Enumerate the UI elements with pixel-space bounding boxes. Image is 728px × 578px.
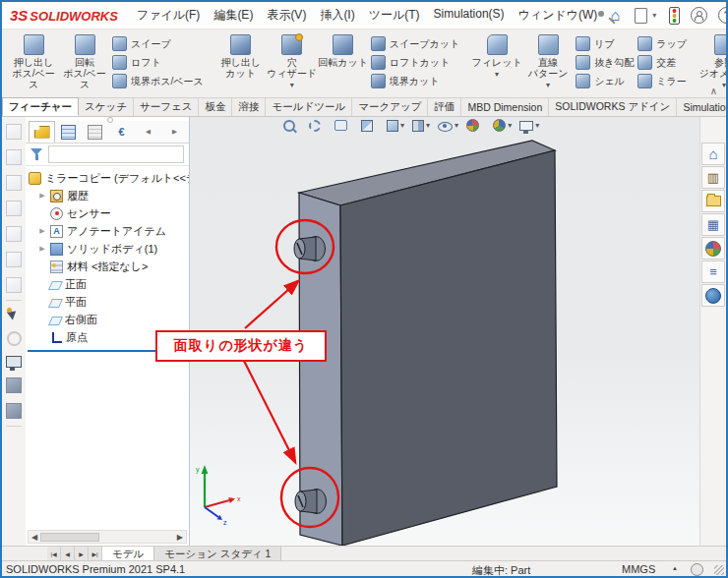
menu-item[interactable]: Simulation(S) <box>427 4 512 27</box>
menu-item[interactable]: 表示(V) <box>260 4 313 27</box>
tree-item[interactable]: ▶ ミラーコピー (デフォルト<<デフォルト>_ <box>26 169 189 187</box>
tree-item[interactable]: ▶ 右側面 <box>26 311 189 328</box>
command-tab[interactable]: スケッチ <box>79 97 134 116</box>
edit-appearance-icon[interactable]: ▾ <box>466 119 485 132</box>
view-cube-icon[interactable] <box>6 201 22 216</box>
linear-pattern-button[interactable]: 直線パターン ▾ <box>522 31 574 89</box>
select-tool-icon[interactable] <box>7 308 21 321</box>
rib-button[interactable]: リブ <box>576 36 634 51</box>
first-tab-icon[interactable]: |◀ <box>47 547 61 561</box>
tree-item[interactable]: ▶ 材料 <指定なし> <box>26 258 189 275</box>
tree-item[interactable]: ▶ 平面 <box>26 293 189 311</box>
menu-item[interactable]: ファイル(F) <box>130 4 207 27</box>
section-view-icon[interactable]: ▾ <box>361 120 379 132</box>
boundary-cut-button[interactable]: 境界カット <box>371 74 459 88</box>
previous-view-icon[interactable]: ▾ <box>334 120 353 131</box>
extruded-cut-button[interactable]: 押し出しカット <box>215 31 267 79</box>
command-tab[interactable]: Simulation <box>677 97 726 116</box>
lofted-boss-button[interactable]: ロフト <box>112 55 204 70</box>
view-settings-icon[interactable]: ▾ <box>519 120 539 131</box>
mirror-button[interactable]: ミラー <box>637 74 687 88</box>
forum-icon[interactable] <box>701 284 725 307</box>
hole-wizard-caret-icon[interactable]: ▾ <box>290 81 294 89</box>
sketch-tool-icon[interactable] <box>7 331 22 346</box>
display-bodies-icon[interactable] <box>6 377 22 393</box>
command-tab[interactable]: サーフェス <box>134 97 199 116</box>
revolved-cut-button[interactable]: 回転カット <box>318 31 369 68</box>
extruded-boss-base-button[interactable]: 押し出しボス/ベース <box>8 31 59 89</box>
tree-filter-input[interactable] <box>48 145 184 163</box>
reference-geometry-caret-icon[interactable]: ▾ <box>722 81 726 89</box>
dropdown-caret-icon[interactable]: ▾ <box>426 121 430 130</box>
menu-item[interactable]: 編集(E) <box>207 4 260 27</box>
screen-view-icon[interactable] <box>6 356 22 368</box>
new-document-caret-icon[interactable]: ▾ <box>650 7 658 25</box>
units-caret-icon[interactable]: ▲ <box>672 565 678 571</box>
dropdown-caret-icon[interactable]: ▾ <box>535 121 539 130</box>
view-cube-icon[interactable] <box>6 149 22 165</box>
bottom-pin-feature[interactable] <box>295 490 327 514</box>
expand-arrow-icon[interactable]: ▶ <box>38 245 46 253</box>
apply-scene-icon[interactable]: ▾ <box>493 119 512 132</box>
units-label[interactable]: MMGS <box>622 563 655 575</box>
scroll-left-arrow[interactable]: ◀ <box>31 533 37 542</box>
expand-arrow-icon[interactable]: ▶ <box>38 192 46 200</box>
fillet-caret-icon[interactable]: ▾ <box>495 70 499 79</box>
document-tab[interactable]: モーション スタディ 1 <box>154 547 281 561</box>
home-icon[interactable]: ⌂ <box>701 143 725 165</box>
divider[interactable] <box>6 426 22 427</box>
shell-button[interactable]: シェル <box>576 74 634 88</box>
command-tab[interactable]: マークアップ <box>352 97 428 116</box>
view-orientation-icon[interactable]: ▾ <box>387 120 404 132</box>
new-document-icon[interactable] <box>635 8 647 24</box>
dropdown-caret-icon[interactable]: ▾ <box>455 121 458 130</box>
view-cube-icon[interactable] <box>6 226 22 242</box>
swept-boss-button[interactable]: スイープ <box>112 36 204 51</box>
tree-item[interactable]: ▶ 履歴 <box>26 187 189 204</box>
wrap-button[interactable]: ラップ <box>637 36 687 51</box>
dropdown-caret-icon[interactable]: ▾ <box>508 121 512 130</box>
swept-cut-button[interactable]: スイープカット <box>371 36 459 51</box>
last-tab-icon[interactable]: ▶| <box>89 547 102 561</box>
dropdown-caret-icon[interactable]: ▾ <box>400 121 404 130</box>
document-tab[interactable]: モデル <box>102 547 154 561</box>
dimxpert-manager-tab[interactable]: € <box>108 121 135 143</box>
model-front-face[interactable] <box>340 150 557 546</box>
divider[interactable] <box>6 300 22 301</box>
reference-geometry-button[interactable]: 参照ジオメトリ ▾ <box>698 31 728 89</box>
view-cube-icon[interactable] <box>6 175 22 191</box>
feature-manager-tab[interactable] <box>29 121 55 143</box>
command-tab[interactable]: フィーチャー <box>2 97 79 116</box>
rebuild-traffic-light-icon[interactable] <box>669 7 680 25</box>
property-manager-tab[interactable] <box>55 121 82 143</box>
hide-show-items-icon[interactable]: ▾ <box>438 120 458 132</box>
hole-wizard-button[interactable]: 穴ウィザード ▾ <box>267 31 318 89</box>
command-tab[interactable]: MBD Dimension <box>461 97 549 116</box>
menu-item[interactable]: ツール(T) <box>362 4 427 27</box>
command-tab[interactable]: モールドツール <box>266 97 352 116</box>
tree-horizontal-scrollbar[interactable]: ◀ ▶ <box>28 530 187 544</box>
scroll-right-arrow[interactable]: ▶ <box>177 533 183 542</box>
fillet-button[interactable]: フィレット ▾ <box>471 31 522 79</box>
scroll-left-icon[interactable]: ◀ <box>135 121 161 143</box>
design-library-icon[interactable]: ▥ <box>701 166 725 189</box>
intersect-button[interactable]: 交差 <box>637 55 687 70</box>
next-tab-icon[interactable]: ▶ <box>75 547 89 561</box>
revolved-boss-base-button[interactable]: 回転ボス/ベース <box>59 31 110 89</box>
configuration-manager-tab[interactable] <box>82 121 108 143</box>
tree-item[interactable]: ▶ センサー <box>26 204 189 222</box>
view-palette-icon[interactable]: ▦ <box>701 213 725 236</box>
lofted-cut-button[interactable]: ロフトカット <box>371 55 459 70</box>
command-tab[interactable]: SOLIDWORKS アドイン <box>549 97 677 116</box>
command-tab[interactable]: 評価 <box>428 97 461 116</box>
scroll-thumb[interactable] <box>40 533 99 542</box>
custom-properties-icon[interactable]: ≡ <box>701 260 725 283</box>
tree-item[interactable]: ▶ ソリッドボディ(1) <box>26 240 189 258</box>
draft-button[interactable]: 抜き勾配 <box>576 55 634 70</box>
command-tab[interactable]: 板金 <box>199 97 232 116</box>
menu-item[interactable]: ウィンドウ(W) <box>512 4 605 27</box>
resize-grip[interactable] <box>714 565 724 575</box>
menu-item[interactable]: 挿入(I) <box>313 4 361 27</box>
boundary-boss-button[interactable]: 境界ボス/ベース <box>112 74 204 88</box>
top-pin-feature[interactable] <box>294 237 326 261</box>
